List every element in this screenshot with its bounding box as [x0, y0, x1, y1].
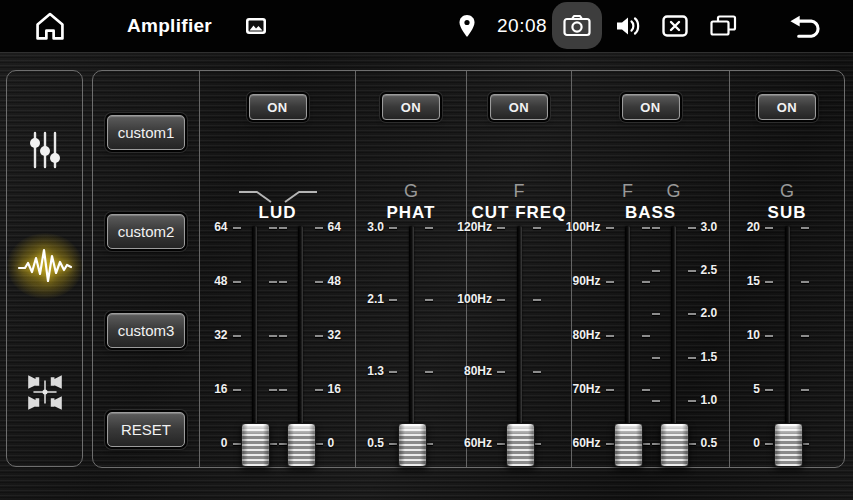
preset-button-reset[interactable]: RESET	[107, 412, 185, 447]
tick-dash	[233, 281, 241, 283]
tick-label: 48	[328, 274, 341, 288]
fader-track[interactable]	[671, 226, 676, 456]
gallery-icon	[245, 17, 267, 35]
fader-thumb[interactable]	[287, 423, 316, 467]
home-button[interactable]	[34, 12, 66, 41]
channel-phat: ONPHATG3.02.11.30.5	[356, 71, 467, 467]
tick-dash	[688, 270, 696, 272]
tick-label: 32	[328, 328, 341, 342]
tick-dash	[652, 400, 660, 402]
tick-dash	[425, 371, 433, 373]
tick-label: 70Hz	[572, 382, 600, 396]
tick-label: 16	[328, 382, 341, 396]
tick-dash	[389, 371, 397, 373]
tick-dash	[425, 227, 433, 229]
sidebar-item-effects[interactable]	[13, 234, 77, 298]
fader-thumb[interactable]	[506, 423, 535, 467]
close-window-button[interactable]	[662, 15, 688, 37]
waveform-icon	[17, 243, 73, 289]
amplifier-panel: custom1custom2custom3RESET ONLUD64483216…	[92, 70, 845, 468]
tick-dash	[533, 371, 541, 373]
tick-dash	[801, 389, 809, 391]
tick-dash	[279, 443, 287, 445]
tick-label: 20	[747, 220, 760, 234]
fader-thumb[interactable]	[398, 423, 427, 467]
tick-dash	[233, 389, 241, 391]
tick-label: 64	[328, 220, 341, 234]
sidebar-item-equalizer[interactable]	[13, 118, 77, 182]
tick-dash	[389, 299, 397, 301]
recent-apps-button[interactable]	[710, 15, 737, 37]
tick-label: 90Hz	[572, 274, 600, 288]
tick-dash	[269, 335, 277, 337]
fader-thumb[interactable]	[241, 423, 270, 467]
tick-dash	[652, 227, 660, 229]
tick-label: 16	[214, 382, 227, 396]
tick-dash	[389, 443, 397, 445]
tick-dash	[497, 371, 505, 373]
tick-dash	[642, 227, 650, 229]
tick-dash	[652, 357, 660, 359]
tick-label: 64	[214, 220, 227, 234]
preset-button-custom3[interactable]: custom3	[107, 313, 185, 348]
tick-dash	[315, 281, 323, 283]
tick-dash	[233, 443, 241, 445]
tick-dash	[279, 335, 287, 337]
fader-track[interactable]	[298, 226, 303, 456]
bass-on-button[interactable]: ON	[622, 94, 680, 120]
fader-track[interactable]	[409, 226, 414, 456]
camera-button[interactable]	[552, 2, 602, 49]
sidebar-item-balance[interactable]	[13, 360, 77, 424]
tick-dash	[425, 299, 433, 301]
fader-track[interactable]	[785, 226, 790, 456]
tick-dash	[279, 389, 287, 391]
tick-label: 0	[221, 436, 228, 450]
tick-label: 32	[214, 328, 227, 342]
speaker-balance-icon	[24, 371, 66, 413]
fader-thumb[interactable]	[614, 423, 643, 467]
param-label: G	[780, 181, 794, 202]
back-button[interactable]	[788, 14, 823, 38]
tick-dash	[765, 227, 773, 229]
tick-label: 80Hz	[572, 328, 600, 342]
tick-dash	[497, 227, 505, 229]
tick-label: 1.3	[367, 364, 384, 378]
presets-column: custom1custom2custom3RESET	[93, 71, 200, 467]
tick-dash	[269, 389, 277, 391]
volume-button[interactable]	[615, 15, 641, 37]
tick-dash	[801, 281, 809, 283]
tick-dash	[688, 357, 696, 359]
tick-dash	[606, 227, 614, 229]
tick-dash	[642, 389, 650, 391]
fader-track[interactable]	[625, 226, 630, 456]
fader-track[interactable]	[252, 226, 257, 456]
lowpass-curve-icon	[237, 189, 273, 205]
phat-on-button[interactable]: ON	[382, 94, 440, 120]
tick-label: 100Hz	[457, 292, 492, 306]
lud-on-button[interactable]: ON	[249, 94, 307, 120]
location-icon	[458, 14, 476, 38]
tick-dash	[688, 313, 696, 315]
tick-dash	[497, 443, 505, 445]
preset-button-custom2[interactable]: custom2	[107, 214, 185, 249]
fader-thumb[interactable]	[660, 423, 689, 467]
back-icon	[788, 14, 823, 38]
channel-lud: ONLUD644832160644832160	[200, 71, 356, 467]
tick-label: 0.5	[701, 436, 718, 450]
fader-thumb[interactable]	[774, 423, 803, 467]
tick-dash	[652, 443, 660, 445]
cut-freq-on-button[interactable]: ON	[490, 94, 548, 120]
fader-track[interactable]	[517, 226, 522, 456]
tick-dash	[315, 335, 323, 337]
gallery-button[interactable]	[245, 17, 267, 35]
preset-button-custom1[interactable]: custom1	[107, 115, 185, 150]
tick-dash	[688, 227, 696, 229]
tick-dash	[315, 227, 323, 229]
tick-dash	[652, 313, 660, 315]
tick-label: 1.5	[701, 350, 718, 364]
tick-label: 100Hz	[566, 220, 601, 234]
sub-on-button[interactable]: ON	[758, 94, 816, 120]
channel-bass: ONBASSF100Hz90Hz80Hz70Hz60HzG3.02.52.01.…	[572, 71, 730, 467]
channel-cut-freq: ONCUT FREQF120Hz100Hz80Hz60Hz	[467, 71, 572, 467]
tick-dash	[279, 227, 287, 229]
